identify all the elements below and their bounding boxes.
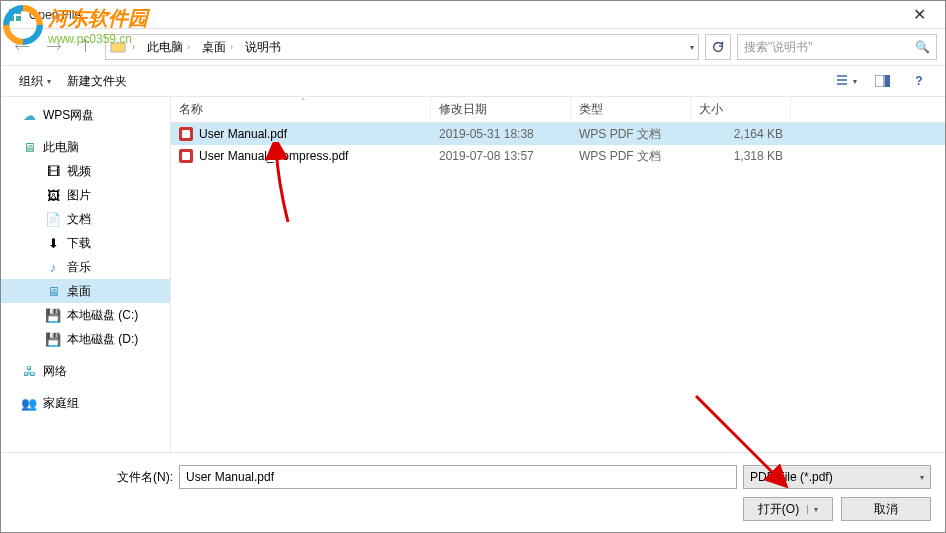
sidebar-homegroup[interactable]: 👥家庭组 [1,391,170,415]
file-name: User Manual.pdf [199,127,287,141]
close-button[interactable]: ✕ [899,3,939,27]
breadcrumb[interactable]: › 此电脑› 桌面› 说明书 ▾ [105,34,699,60]
sidebar-diskd[interactable]: 💾本地磁盘 (D:) [1,327,170,351]
file-date: 2019-05-31 18:38 [431,127,571,141]
filename-label: 文件名(N): [15,469,173,486]
organize-button[interactable]: 组织▾ [11,69,59,94]
filename-input[interactable] [179,465,737,489]
svg-rect-4 [111,43,125,52]
file-size: 1,318 KB [691,149,791,163]
file-name: User Manual_Compress.pdf [199,149,348,163]
sidebar-thispc[interactable]: 🖥此电脑 [1,135,170,159]
file-list: 名称˄ 修改日期 类型 大小 User Manual.pdf 2019-05-3… [171,97,945,452]
crumb-1[interactable]: 桌面 [202,39,226,56]
search-placeholder: 搜索"说明书" [744,39,813,56]
file-type: WPS PDF 文档 [571,126,691,143]
search-icon: 🔍 [915,40,930,54]
svg-rect-6 [885,75,890,87]
col-type[interactable]: 类型 [571,97,691,122]
svg-rect-5 [875,75,884,87]
svg-rect-1 [16,9,21,14]
sort-indicator: ˄ [301,97,306,107]
sidebar-downloads[interactable]: ⬇下载 [1,231,170,255]
path-dropdown[interactable]: ▾ [690,43,694,52]
crumb-0[interactable]: 此电脑 [147,39,183,56]
app-icon [7,7,23,23]
forward-button: 🡒 [41,34,67,60]
open-button[interactable]: 打开(O)▾ [743,497,833,521]
column-header[interactable]: 名称˄ 修改日期 类型 大小 [171,97,945,123]
sidebar-documents[interactable]: 📄文档 [1,207,170,231]
svg-rect-0 [9,9,14,14]
col-name[interactable]: 名称˄ [171,97,431,122]
refresh-button[interactable] [705,34,731,60]
file-row[interactable]: User Manual_Compress.pdf 2019-07-08 13:5… [171,145,945,167]
svg-rect-2 [9,16,14,21]
file-size: 2,164 KB [691,127,791,141]
newfolder-button[interactable]: 新建文件夹 [59,69,135,94]
window-title: Open File [29,8,81,22]
folder-icon [110,39,126,55]
file-type: WPS PDF 文档 [571,148,691,165]
file-row[interactable]: User Manual.pdf 2019-05-31 18:38 WPS PDF… [171,123,945,145]
help-button[interactable]: ? [903,70,935,92]
footer: 文件名(N): PDF File (*.pdf)▾ 打开(O)▾ 取消 [1,452,945,532]
toolbar: 组织▾ 新建文件夹 ▾ ? [1,65,945,97]
preview-pane-button[interactable] [867,70,899,92]
sidebar-pictures[interactable]: 🖼图片 [1,183,170,207]
titlebar: Open File ✕ [1,1,945,29]
sidebar: ☁WPS网盘 🖥此电脑 🎞视频 🖼图片 📄文档 ⬇下载 ♪音乐 🖥桌面 💾本地磁… [1,97,171,452]
sidebar-desktop[interactable]: 🖥桌面 [1,279,170,303]
sidebar-wps[interactable]: ☁WPS网盘 [1,103,170,127]
view-options-button[interactable]: ▾ [831,70,863,92]
sidebar-video[interactable]: 🎞视频 [1,159,170,183]
up-button[interactable]: 🡑 [73,34,99,60]
filetype-filter[interactable]: PDF File (*.pdf)▾ [743,465,931,489]
col-date[interactable]: 修改日期 [431,97,571,122]
file-date: 2019-07-08 13:57 [431,149,571,163]
nav-row: 🡐 🡒 🡑 › 此电脑› 桌面› 说明书 ▾ 搜索"说明书" 🔍 [1,29,945,65]
svg-rect-3 [16,16,21,21]
cancel-button[interactable]: 取消 [841,497,931,521]
sidebar-diskc[interactable]: 💾本地磁盘 (C:) [1,303,170,327]
col-size[interactable]: 大小 [691,97,791,122]
back-button[interactable]: 🡐 [9,34,35,60]
sidebar-network[interactable]: 🖧网络 [1,359,170,383]
crumb-2[interactable]: 说明书 [245,39,281,56]
search-input[interactable]: 搜索"说明书" 🔍 [737,34,937,60]
sidebar-music[interactable]: ♪音乐 [1,255,170,279]
pdf-icon [179,149,193,163]
pdf-icon [179,127,193,141]
